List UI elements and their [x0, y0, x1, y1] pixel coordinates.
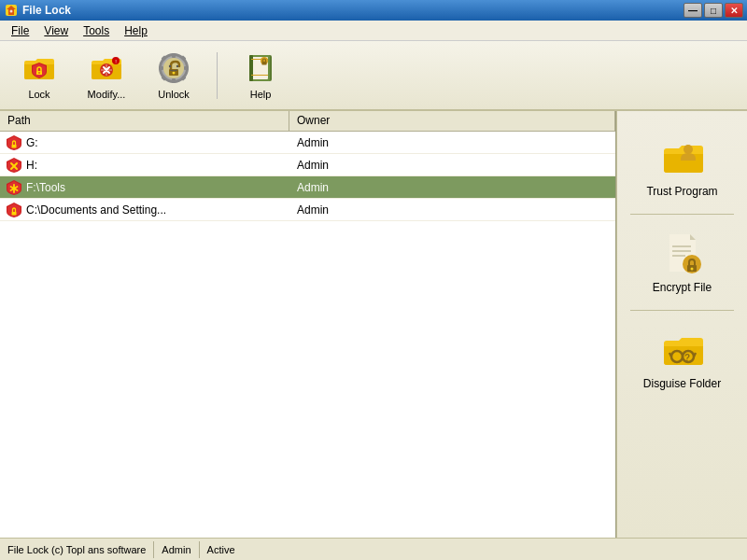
status-bar: File Lock (c) Topl ans software Admin Ac… [0, 538, 747, 560]
menu-tools[interactable]: Tools [76, 22, 117, 39]
list-item[interactable]: G: Admin [0, 132, 615, 154]
help-icon [244, 51, 277, 85]
minimize-button[interactable]: — [684, 3, 702, 18]
svg-text:?: ? [684, 353, 690, 363]
close-button[interactable]: ✕ [725, 3, 743, 18]
svg-rect-38 [672, 245, 691, 247]
svg-point-21 [176, 64, 178, 66]
svg-rect-12 [184, 66, 189, 70]
app-title: File Lock [22, 4, 71, 17]
row-owner: Admin [289, 178, 615, 197]
toolbar: Lock ! Modify... [0, 41, 747, 111]
row-path-text: F:\Tools [26, 181, 65, 194]
svg-rect-30 [12, 145, 17, 148]
row-path-text: C:\Documents and Setting... [26, 203, 166, 217]
header-owner: Owner [289, 111, 615, 131]
lock-button-label: Lock [28, 89, 49, 100]
title-bar-left: File Lock [4, 3, 71, 18]
main-content: Path Owner G: Admin [0, 111, 747, 538]
toolbar-modify-button[interactable]: ! Modify... [75, 47, 138, 105]
window-controls: — □ ✕ [684, 3, 743, 18]
row-owner: Admin [289, 156, 615, 175]
svg-rect-27 [251, 75, 268, 76]
list-header: Path Owner [0, 111, 615, 132]
help-button-label: Help [250, 89, 272, 100]
svg-rect-9 [172, 53, 176, 58]
encrypt-file-label: Encrypt File [653, 281, 712, 294]
row-path: C:\Documents and Setting... [0, 199, 289, 221]
status-active: Active [200, 541, 243, 558]
disguise-folder-label: Disguise Folder [643, 377, 721, 390]
svg-point-19 [173, 71, 176, 74]
toolbar-lock-button[interactable]: Lock [7, 47, 71, 105]
shield-star-icon [6, 179, 22, 196]
modify-button-label: Modify... [88, 89, 126, 100]
app-icon [4, 3, 19, 18]
svg-point-1 [10, 10, 13, 13]
row-owner: Admin [289, 133, 615, 152]
svg-rect-29 [262, 62, 267, 65]
svg-point-3 [38, 72, 40, 74]
menu-help[interactable]: Help [117, 22, 155, 39]
svg-point-20 [169, 64, 171, 66]
svg-point-37 [684, 145, 693, 154]
svg-rect-10 [172, 78, 176, 83]
right-panel: Trust Program [616, 111, 747, 538]
svg-rect-36 [12, 212, 17, 216]
shield-lock-icon [6, 134, 22, 151]
svg-rect-11 [159, 66, 163, 70]
modify-icon: ! [90, 51, 123, 85]
disguise-folder-icon: ? [660, 327, 705, 371]
panel-divider-2 [630, 310, 734, 311]
panel-divider-1 [630, 214, 734, 215]
row-owner: Admin [289, 201, 615, 219]
disguise-folder-button[interactable]: ? Disguise Folder [631, 318, 734, 399]
menu-view[interactable]: View [36, 22, 76, 39]
list-item[interactable]: H: Admin [0, 154, 615, 176]
svg-rect-39 [672, 250, 691, 252]
file-list-body[interactable]: G: Admin H: [0, 132, 615, 538]
header-path: Path [0, 111, 289, 131]
toolbar-help-button[interactable]: Help [229, 47, 292, 105]
svg-point-43 [690, 268, 693, 271]
lock-icon [22, 51, 56, 85]
title-bar: File Lock — □ ✕ [0, 0, 747, 21]
row-path: H: [0, 154, 289, 176]
list-item[interactable]: F:\Tools Admin [0, 176, 615, 199]
menu-file[interactable]: File [4, 22, 36, 39]
file-list-panel: Path Owner G: Admin [0, 111, 616, 538]
trust-program-icon [660, 134, 705, 179]
trust-program-label: Trust Program [646, 185, 717, 198]
status-user: Admin [154, 541, 199, 558]
maximize-button[interactable]: □ [704, 3, 723, 18]
svg-rect-40 [672, 255, 685, 257]
unlock-button-label: Unlock [158, 89, 190, 100]
row-path: G: [0, 132, 289, 154]
shield-x-icon [6, 157, 22, 174]
row-path: F:\Tools [0, 176, 289, 199]
status-app-info: File Lock (c) Topl ans software [0, 541, 154, 558]
menu-bar: File View Tools Help [0, 21, 747, 41]
shield-lock-icon [6, 202, 22, 218]
toolbar-separator [217, 52, 218, 99]
encrypt-file-button[interactable]: Encrypt File [631, 222, 734, 302]
encrypt-file-icon [660, 231, 705, 275]
row-path-text: G: [26, 136, 38, 149]
row-path-text: H: [26, 159, 37, 172]
list-item[interactable]: C:\Documents and Setting... Admin [0, 199, 615, 221]
trust-program-button[interactable]: Trust Program [631, 126, 734, 206]
toolbar-unlock-button[interactable]: Unlock [142, 47, 205, 105]
unlock-icon [157, 51, 190, 85]
